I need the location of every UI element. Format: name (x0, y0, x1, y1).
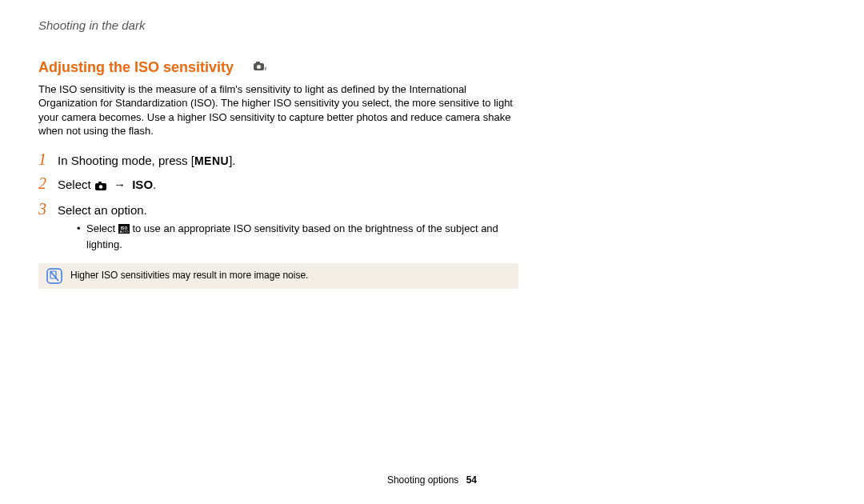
step-2: 2 Select → ISO. (38, 175, 518, 194)
note-icon (46, 268, 62, 284)
svg-text:AUTO: AUTO (119, 230, 128, 234)
heading-text: Adjusting the ISO sensitivity (38, 59, 234, 75)
breadcrumb: Shooting in the dark (38, 18, 832, 34)
section-heading: Adjusting the ISO sensitivity P (38, 58, 518, 77)
step-text: In Shooting mode, press [MENU]. (58, 153, 236, 169)
content-column: Adjusting the ISO sensitivity P The ISO … (38, 58, 518, 288)
step3-text: Select an option. (58, 203, 147, 217)
svg-point-6 (99, 185, 103, 189)
sub-bullet-list: Select ISO AUTO to use an appropriate IS… (77, 222, 518, 251)
step-number: 2 (38, 175, 58, 191)
svg-text:P: P (265, 66, 266, 71)
iso-auto-icon: ISO AUTO (118, 223, 130, 238)
camera-mode-p-icon: P (249, 58, 266, 77)
step-text: Select → ISO. (58, 177, 156, 194)
step2-part-a: Select (58, 178, 94, 191)
arrow-icon: → (110, 178, 129, 191)
step-number: 3 (38, 201, 58, 217)
sub-part-a: Select (86, 222, 118, 234)
intro-paragraph: The ISO sensitivity is the measure of a … (38, 82, 518, 138)
svg-point-2 (257, 65, 261, 69)
step2-part-b: . (153, 178, 156, 191)
iso-label: ISO (132, 178, 153, 191)
page-footer: Shooting options 54 (0, 474, 864, 486)
note-box: Higher ISO sensitivities may result in m… (38, 263, 518, 289)
note-text: Higher ISO sensitivities may result in m… (70, 269, 308, 282)
footer-label: Shooting options (387, 474, 458, 486)
step-number: 1 (38, 151, 58, 167)
page-number: 54 (466, 474, 477, 486)
sub-bullet-item: Select ISO AUTO to use an appropriate IS… (77, 222, 518, 251)
step1-part-b: ]. (229, 154, 235, 167)
step-text: Select an option. Select ISO AUTO (58, 202, 518, 251)
menu-label: MENU (194, 154, 229, 167)
sub-part-b: to use an appropriate ISO sensitivity ba… (86, 222, 498, 250)
svg-rect-5 (98, 182, 102, 184)
svg-rect-1 (256, 62, 260, 64)
step1-part-a: In Shooting mode, press [ (58, 154, 194, 167)
step-1: 1 In Shooting mode, press [MENU]. (38, 151, 518, 169)
camera-icon (94, 178, 107, 194)
steps-list: 1 In Shooting mode, press [MENU]. 2 Sele… (38, 151, 518, 252)
step-3: 3 Select an option. Select ISO AUTO (38, 201, 518, 251)
